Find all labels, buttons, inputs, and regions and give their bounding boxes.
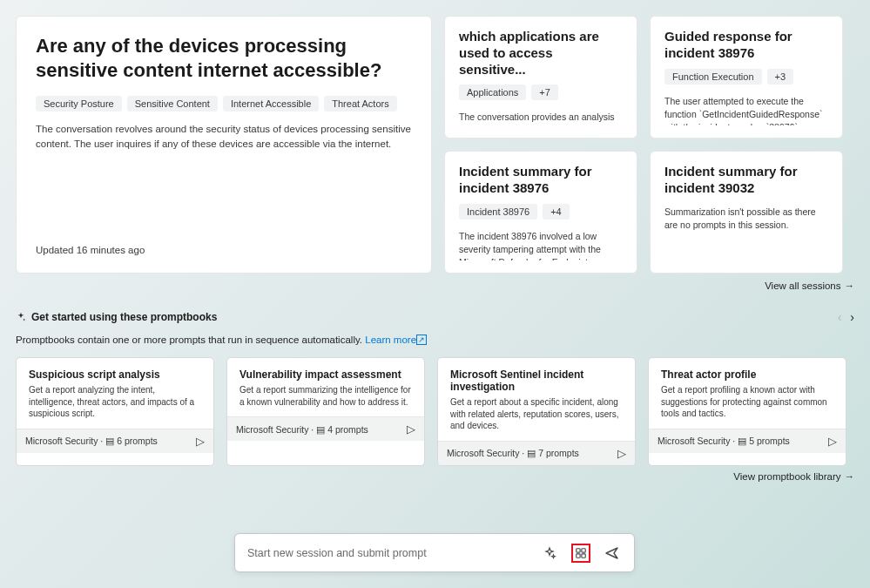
tag-more: +3 bbox=[767, 69, 794, 84]
tag-more: +4 bbox=[543, 204, 570, 220]
tag: Sensitive Content bbox=[127, 96, 218, 112]
tag-row: Function Execution +3 bbox=[664, 69, 828, 84]
run-promptbook-button[interactable]: ▷ bbox=[196, 435, 205, 448]
session-title: which applications are used to access se… bbox=[459, 29, 623, 78]
promptbook-title: Microsoft Sentinel incident investigatio… bbox=[450, 368, 623, 393]
tag: Security Posture bbox=[36, 96, 122, 112]
session-card[interactable]: which applications are used to access se… bbox=[444, 16, 637, 139]
tag: Function Execution bbox=[664, 69, 762, 84]
session-card-main[interactable]: Are any of the devices processing sensit… bbox=[16, 16, 432, 274]
promptbook-card[interactable]: Suspicious script analysis Get a report … bbox=[16, 357, 214, 466]
promptbook-desc: Get a report about a specific incident, … bbox=[450, 396, 623, 432]
session-cards-grid: which applications are used to access se… bbox=[444, 16, 843, 274]
run-promptbook-button[interactable]: ▷ bbox=[407, 422, 415, 436]
session-title: Guided response for incident 38976 bbox=[664, 29, 828, 62]
session-title: Are any of the devices processing sensit… bbox=[36, 34, 412, 82]
view-all-sessions-link[interactable]: View all sessions → bbox=[16, 280, 854, 291]
prompt-input[interactable] bbox=[247, 547, 540, 559]
promptbook-desc: Get a report analyzing the intent, intel… bbox=[29, 384, 201, 420]
chevron-right-icon[interactable]: › bbox=[850, 310, 854, 324]
promptbook-desc: Get a report summarizing the intelligenc… bbox=[239, 384, 412, 408]
svg-rect-0 bbox=[577, 548, 580, 551]
promptbook-title: Threat actor profile bbox=[661, 368, 833, 381]
promptbook-desc: Get a report profiling a known actor wit… bbox=[661, 384, 833, 420]
promptbook-card[interactable]: Vulnerability impact assessment Get a re… bbox=[226, 357, 425, 466]
sparkle-icon bbox=[16, 312, 26, 322]
promptbook-meta: Microsoft Security · ▤ 7 prompts bbox=[447, 448, 579, 458]
promptbook-card[interactable]: Threat actor profile Get a report profil… bbox=[648, 357, 846, 466]
promptbook-title: Suspicious script analysis bbox=[29, 368, 201, 381]
tag: Incident 38976 bbox=[459, 204, 537, 220]
section-subtitle: Promptbooks contain one or more prompts … bbox=[16, 335, 854, 345]
learn-more-link[interactable]: Learn more↗ bbox=[365, 335, 427, 345]
chevron-left-icon[interactable]: ‹ bbox=[838, 310, 842, 324]
prompt-library-icon[interactable] bbox=[571, 544, 590, 563]
session-summary: The user attempted to execute the functi… bbox=[664, 95, 828, 126]
session-title: Incident summary for incident 39032 bbox=[664, 164, 828, 197]
tag: Internet Accessible bbox=[223, 96, 319, 112]
promptbook-meta: Microsoft Security · ▤ 4 prompts bbox=[236, 424, 368, 435]
prompt-input-bar bbox=[234, 533, 635, 572]
tag: Applications bbox=[459, 84, 526, 100]
promptbook-title: Vulnerability impact assessment bbox=[239, 368, 412, 381]
sparkle-suggestions-icon[interactable] bbox=[540, 544, 559, 563]
promptbook-card[interactable]: Microsoft Sentinel incident investigatio… bbox=[437, 357, 636, 466]
tag-row: Incident 38976 +4 bbox=[459, 204, 623, 220]
list-icon: ▤ bbox=[105, 436, 114, 446]
run-promptbook-button[interactable]: ▷ bbox=[617, 447, 626, 460]
sub-text: Promptbooks contain one or more prompts … bbox=[16, 335, 365, 345]
tag: Threat Actors bbox=[324, 96, 396, 112]
link-label: Learn more bbox=[365, 335, 416, 345]
svg-rect-2 bbox=[577, 553, 580, 557]
session-summary: The conversation provides an analysis of… bbox=[459, 111, 623, 125]
list-icon: ▤ bbox=[316, 424, 325, 435]
carousel-nav: ‹ › bbox=[838, 310, 854, 324]
session-card[interactable]: Incident summary for incident 38976 Inci… bbox=[444, 151, 637, 274]
updated-timestamp: Updated 16 minutes ago bbox=[36, 245, 412, 255]
arrow-right-icon: → bbox=[845, 471, 855, 482]
promptbook-meta: Microsoft Security · ▤ 6 prompts bbox=[25, 436, 158, 446]
session-summary: The incident 38976 involved a low severi… bbox=[459, 230, 623, 261]
promptbooks-header: Get started using these promptbooks ‹ › bbox=[16, 310, 854, 324]
session-summary: The conversation revolves around the sec… bbox=[36, 122, 412, 151]
heading-text: Get started using these promptbooks bbox=[31, 311, 217, 323]
svg-rect-3 bbox=[582, 553, 585, 557]
session-summary: Summarization isn't possible as there ar… bbox=[664, 206, 828, 232]
section-title: Get started using these promptbooks bbox=[16, 311, 217, 323]
promptbooks-row: Suspicious script analysis Get a report … bbox=[16, 357, 854, 466]
external-link-icon: ↗ bbox=[416, 335, 427, 345]
session-card[interactable]: Guided response for incident 38976 Funct… bbox=[650, 16, 843, 139]
run-promptbook-button[interactable]: ▷ bbox=[828, 435, 837, 448]
tag-more: +7 bbox=[531, 84, 558, 100]
tag-row: Security Posture Sensitive Content Inter… bbox=[36, 96, 412, 112]
session-title: Incident summary for incident 38976 bbox=[459, 164, 623, 197]
session-card[interactable]: Incident summary for incident 39032 Summ… bbox=[650, 151, 843, 274]
promptbook-meta: Microsoft Security · ▤ 5 prompts bbox=[658, 436, 790, 446]
link-label: View promptbook library bbox=[733, 471, 840, 482]
list-icon: ▤ bbox=[527, 448, 536, 458]
arrow-right-icon: → bbox=[845, 280, 855, 291]
tag-row: Applications +7 bbox=[459, 84, 623, 100]
link-label: View all sessions bbox=[765, 280, 840, 291]
svg-rect-1 bbox=[582, 548, 585, 551]
sessions-area: Are any of the devices processing sensit… bbox=[16, 16, 854, 274]
send-icon[interactable] bbox=[603, 544, 622, 563]
list-icon: ▤ bbox=[738, 436, 746, 446]
view-promptbook-library-link[interactable]: View promptbook library → bbox=[16, 471, 854, 482]
